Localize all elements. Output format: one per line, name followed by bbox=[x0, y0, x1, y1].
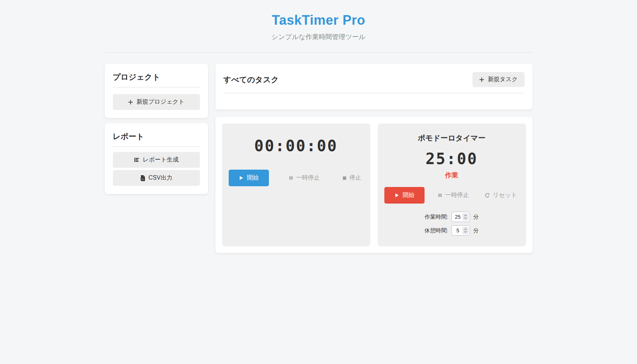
new-project-label: 新規プロジェクト bbox=[136, 98, 184, 106]
pomodoro-mode-badge: 作業 bbox=[384, 171, 520, 180]
stopwatch-stop-button[interactable]: 停止 bbox=[340, 174, 364, 182]
csv-export-label: CSV出力 bbox=[149, 174, 173, 182]
break-minutes-input-wrap bbox=[451, 225, 470, 236]
work-minutes-unit: 分 bbox=[473, 214, 479, 221]
stopwatch-display: 00:00:00 bbox=[228, 137, 364, 155]
stopwatch-stop-label: 停止 bbox=[350, 174, 361, 182]
stopwatch-pause-button[interactable]: 一時停止 bbox=[287, 174, 322, 182]
pause-icon bbox=[438, 193, 442, 198]
csv-export-button[interactable]: csv CSV出力 bbox=[113, 170, 200, 186]
work-time-setting: 作業時間: 分 bbox=[384, 212, 520, 222]
chevron-up-icon bbox=[464, 215, 467, 216]
pomodoro-title: ポモドーロタイマー bbox=[384, 133, 520, 143]
plus-icon bbox=[128, 100, 133, 105]
play-icon bbox=[394, 193, 399, 198]
chevron-up-icon bbox=[464, 228, 467, 230]
play-icon bbox=[239, 176, 243, 180]
new-task-button[interactable]: 新規タスク bbox=[472, 72, 524, 87]
break-time-label: 休憩時間: bbox=[425, 227, 448, 234]
pomodoro-reset-label: リセット bbox=[493, 191, 517, 199]
break-minutes-unit: 分 bbox=[473, 227, 479, 234]
projects-card: プロジェクト 新規プロジェクト bbox=[105, 64, 208, 118]
svg-text:csv: csv bbox=[141, 178, 144, 180]
page-container: TaskTimer Pro シンプルな作業時間管理ツール プロジェクト 新規プロ… bbox=[105, 0, 533, 275]
stopwatch-controls: 開始 一時停止 停止 bbox=[228, 170, 364, 186]
reset-icon bbox=[485, 193, 490, 198]
work-minutes-input[interactable] bbox=[454, 214, 461, 220]
app-title: TaskTimer Pro bbox=[105, 13, 533, 28]
project-list bbox=[113, 87, 200, 94]
pomodoro-start-button[interactable]: 開始 bbox=[384, 187, 425, 204]
pomodoro-start-label: 開始 bbox=[403, 191, 415, 199]
plus-icon bbox=[479, 77, 484, 82]
pomodoro-reset-button[interactable]: リセット bbox=[482, 191, 519, 200]
tasks-title: すべてのタスク bbox=[224, 74, 279, 85]
break-minutes-stepper[interactable] bbox=[463, 227, 468, 234]
new-task-label: 新規タスク bbox=[488, 76, 517, 83]
tasks-header: すべてのタスク 新規タスク bbox=[224, 72, 525, 93]
work-minutes-stepper[interactable] bbox=[463, 213, 468, 221]
work-minutes-input-wrap bbox=[451, 212, 470, 222]
main-column: すべてのタスク 新規タスク 00:00:00 bbox=[215, 64, 533, 253]
pomodoro-controls: 開始 一時停止 リセット bbox=[384, 187, 520, 204]
task-list bbox=[224, 93, 525, 101]
projects-title: プロジェクト bbox=[113, 72, 200, 87]
chart-bar-icon bbox=[134, 157, 139, 163]
break-minutes-input[interactable] bbox=[454, 228, 461, 233]
pomodoro-panel: ポモドーロタイマー 25:00 作業 開始 bbox=[378, 124, 526, 246]
timers-card: 00:00:00 開始 一時停止 bbox=[215, 117, 533, 253]
reports-card: レポート レポート生成 csv CSV出力 bbox=[105, 123, 208, 194]
generate-report-button[interactable]: レポート生成 bbox=[113, 152, 200, 168]
reports-spacer bbox=[113, 147, 200, 152]
tasks-card: すべてのタスク 新規タスク bbox=[215, 64, 533, 110]
new-project-button[interactable]: 新規プロジェクト bbox=[113, 94, 200, 110]
stopwatch-panel: 00:00:00 開始 一時停止 bbox=[222, 124, 370, 246]
reports-title: レポート bbox=[113, 131, 200, 147]
work-time-label: 作業時間: bbox=[425, 214, 448, 221]
sidebar: プロジェクト 新規プロジェクト レポート レポート生成 bbox=[105, 64, 208, 194]
main-layout: プロジェクト 新規プロジェクト レポート レポート生成 bbox=[105, 64, 533, 275]
stop-icon bbox=[342, 176, 347, 180]
pomodoro-pause-label: 一時停止 bbox=[445, 191, 469, 199]
stopwatch-start-button[interactable]: 開始 bbox=[229, 170, 269, 186]
stopwatch-pause-label: 一時停止 bbox=[296, 174, 320, 182]
file-csv-icon: csv bbox=[140, 175, 145, 181]
pomodoro-display: 25:00 bbox=[384, 150, 520, 168]
break-time-setting: 休憩時間: 分 bbox=[384, 225, 520, 236]
chevron-down-icon bbox=[464, 217, 467, 219]
chevron-down-icon bbox=[464, 231, 467, 233]
stopwatch-start-label: 開始 bbox=[247, 174, 259, 182]
pause-icon bbox=[289, 176, 293, 180]
generate-report-label: レポート生成 bbox=[143, 156, 179, 164]
app-header: TaskTimer Pro シンプルな作業時間管理ツール bbox=[105, 0, 533, 53]
pomodoro-pause-button[interactable]: 一時停止 bbox=[436, 191, 471, 200]
app-subtitle: シンプルな作業時間管理ツール bbox=[105, 32, 533, 41]
